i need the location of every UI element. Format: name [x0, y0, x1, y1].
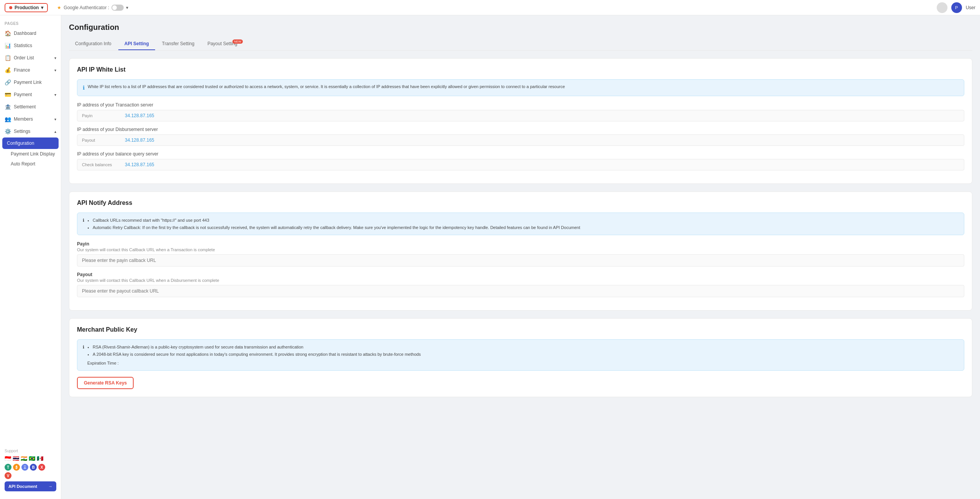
- sidebar-item-label: Order List: [14, 55, 34, 61]
- merchant-key-info-text: RSA (Rivest-Shamir-Adleman) is a public-…: [87, 344, 421, 366]
- order-list-icon: 📋: [5, 55, 11, 61]
- sidebar-item-label: Payment: [14, 92, 32, 97]
- sidebar-item-order-list[interactable]: 📋 Order List ▾: [0, 52, 61, 64]
- sidebar-item-label: Statistics: [14, 43, 32, 48]
- google-auth-switch[interactable]: [111, 5, 124, 11]
- ip-row-label: Payout: [82, 138, 120, 142]
- avatar[interactable]: P: [951, 2, 962, 13]
- payment-link-icon: 🔗: [5, 79, 11, 85]
- flag-in: 🇮🇳: [21, 455, 27, 461]
- api-ip-whitelist-info: ℹ White IP list refers to a list of IP a…: [77, 79, 964, 96]
- ip-group-transaction: IP address of your Transaction server Pa…: [77, 102, 964, 121]
- sidebar-sub-label: Configuration: [7, 141, 34, 146]
- coin-eth: Ξ: [21, 464, 28, 471]
- ip-row-value: 34.128.87.165: [125, 137, 154, 143]
- flag-id: 🇮🇩: [5, 455, 11, 461]
- chevron-icon: ▾: [54, 117, 56, 121]
- sidebar-item-label: Payment Link: [14, 80, 42, 85]
- sidebar-item-payment-link-display[interactable]: Payment Link Display: [0, 149, 61, 159]
- chevron-icon: ▾: [54, 68, 56, 72]
- ip-group-title: IP address of your balance query server: [77, 151, 964, 157]
- payment-icon: 💳: [5, 92, 11, 98]
- api-notify-title: API Notify Address: [77, 200, 964, 206]
- coin-bnb: B: [30, 464, 37, 471]
- merchant-key-info: ℹ RSA (Rivest-Shamir-Adleman) is a publi…: [77, 339, 964, 371]
- page-title: Configuration: [69, 23, 972, 32]
- ip-row-label: Check balances: [82, 162, 120, 167]
- ip-row-label: Payin: [82, 113, 120, 118]
- google-auth-toggle: ★ Google Authenticator : ▾: [57, 5, 128, 11]
- info-line-2: Automatic Retry Callback: If on the firs…: [93, 224, 580, 231]
- payin-callback-input[interactable]: [77, 254, 964, 267]
- api-ip-whitelist-section: API IP White List ℹ White IP list refers…: [69, 58, 972, 184]
- ip-row-value: 34.128.87.165: [125, 162, 154, 167]
- api-notify-info: ℹ Callback URLs recommed start with "htt…: [77, 213, 964, 235]
- chevron-icon: ▾: [54, 56, 56, 60]
- sidebar-item-payment-link[interactable]: 🔗 Payment Link: [0, 76, 61, 88]
- tab-label: API Setting: [124, 41, 149, 46]
- ip-row-payout: Payout 34.128.87.165: [77, 134, 964, 146]
- main-content: Configuration Configuration Info API Set…: [61, 15, 980, 499]
- coin-btc: ₿: [13, 464, 20, 471]
- sidebar-item-settlement[interactable]: 🏦 Settlement: [0, 101, 61, 113]
- info-line-1: Callback URLs recommed start with "https…: [93, 217, 580, 224]
- toggle-knob: [112, 5, 117, 10]
- sidebar-item-statistics[interactable]: 📊 Statistics: [0, 39, 61, 52]
- tab-config-info[interactable]: Configuration Info: [69, 38, 118, 50]
- support-label: Support: [5, 449, 56, 453]
- production-dot: [9, 6, 12, 9]
- production-selector[interactable]: Production ▾: [5, 3, 48, 12]
- sidebar-item-settings[interactable]: ⚙️ Settings ▴: [0, 125, 61, 137]
- payin-callback-group: Payin Our system will contact this Callb…: [77, 241, 964, 267]
- google-auth-label: Google Authenticator :: [64, 5, 109, 10]
- finance-icon: 💰: [5, 67, 11, 73]
- tab-api-setting[interactable]: API Setting: [118, 38, 155, 50]
- sidebar-item-label: Settings: [14, 129, 30, 134]
- flag-mx: 🇲🇽: [37, 455, 43, 461]
- tab-transfer-setting[interactable]: Transfer Setting: [156, 38, 201, 50]
- production-label: Production: [15, 5, 39, 10]
- payin-sublabel: Our system will contact this Callback UR…: [77, 247, 964, 252]
- topnav-right: P User: [937, 2, 975, 13]
- statistics-icon: 📊: [5, 43, 11, 49]
- api-ip-whitelist-info-text: White IP list refers to a list of IP add…: [88, 83, 565, 90]
- sidebar-item-auto-report[interactable]: Auto Report: [0, 159, 61, 169]
- toggle-chevron-icon: ▾: [126, 5, 128, 10]
- tab-payout-setting[interactable]: Payout Setting NEW: [201, 38, 244, 50]
- coin-usdt: T: [5, 464, 11, 471]
- payout-callback-group: Payout Our system will contact this Call…: [77, 272, 964, 297]
- info-icon: ℹ: [83, 344, 84, 351]
- sidebar-item-dashboard[interactable]: 🏠 Dashboard: [0, 27, 61, 39]
- merchant-public-key-section: Merchant Public Key ℹ RSA (Rivest-Shamir…: [69, 318, 972, 397]
- expiration-label: Expiration Time :: [87, 361, 119, 365]
- notification-icon[interactable]: [937, 2, 947, 13]
- chevron-icon: ▴: [54, 129, 56, 134]
- rsa-info-1: RSA (Rivest-Shamir-Adleman) is a public-…: [93, 344, 421, 351]
- ip-group-balance: IP address of your balance query server …: [77, 151, 964, 170]
- generate-rsa-keys-button[interactable]: Generate RSA Keys: [77, 377, 134, 389]
- ip-row-balance: Check balances 34.128.87.165: [77, 159, 964, 170]
- sidebar-item-configuration[interactable]: Configuration: [2, 137, 59, 149]
- payout-callback-input[interactable]: [77, 285, 964, 297]
- sidebar-item-members[interactable]: 👥 Members ▾: [0, 113, 61, 125]
- ip-group-title: IP address of your Transaction server: [77, 102, 964, 108]
- chevron-icon: ▾: [54, 93, 56, 97]
- sidebar-item-payment[interactable]: 💳 Payment ▾: [0, 88, 61, 101]
- api-notify-section: API Notify Address ℹ Callback URLs recom…: [69, 191, 972, 311]
- chevron-down-icon: ▾: [41, 5, 43, 10]
- api-doc-button[interactable]: API Document →: [5, 481, 56, 491]
- sidebar: PAGES 🏠 Dashboard 📊 Statistics 📋 Order L…: [0, 15, 61, 499]
- sidebar-section-pages: PAGES: [0, 19, 61, 27]
- coin-v: V: [5, 472, 11, 479]
- ip-group-disbursement: IP address of your Disbursement server P…: [77, 127, 964, 146]
- sidebar-sub-label: Auto Report: [11, 161, 35, 167]
- star-icon: ★: [57, 5, 61, 10]
- ip-row-value: 34.128.87.165: [125, 113, 154, 118]
- dashboard-icon: 🏠: [5, 30, 11, 36]
- arrow-right-icon: →: [48, 484, 52, 489]
- rsa-info-2: A 2048-bit RSA key is considered secure …: [93, 351, 421, 358]
- coin-row-2: V: [5, 472, 56, 479]
- members-icon: 👥: [5, 116, 11, 122]
- api-notify-info-text: Callback URLs recommed start with "https…: [87, 217, 580, 231]
- sidebar-item-finance[interactable]: 💰 Finance ▾: [0, 64, 61, 76]
